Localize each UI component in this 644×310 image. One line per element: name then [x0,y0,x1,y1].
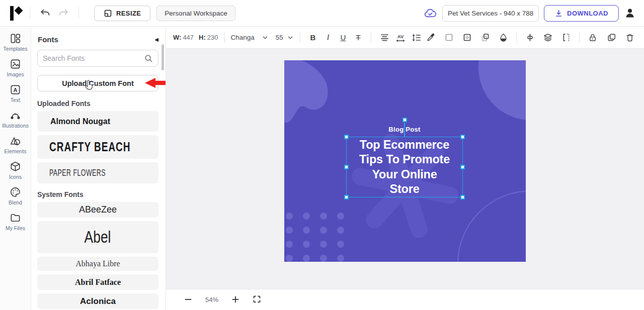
line-height-icon [412,33,422,43]
sidebar-item-my-files[interactable]: My Files [1,212,31,231]
italic-button[interactable]: I [321,31,335,45]
zoom-out-button[interactable] [184,295,192,305]
strikethrough-button[interactable]: T [352,31,365,45]
zoom-in-button[interactable] [231,295,239,305]
font-item-aclonica[interactable]: Aclonica [37,293,158,309]
position-button[interactable] [523,31,537,45]
bold-icon: B [310,33,316,42]
collapse-panel-icon[interactable]: ◀ [154,37,158,42]
sidebar-item-label: Icons [9,174,22,180]
zoom-in-icon [231,295,239,303]
headline-line: Store [389,182,419,197]
rotation-handle[interactable] [403,118,407,122]
lock-button[interactable] [586,31,600,45]
folder-icon [10,212,21,224]
sidebar-item-templates[interactable]: Templates [1,33,31,52]
sidebar-item-label: Images [7,71,24,77]
opacity-button[interactable] [496,31,510,45]
font-size-value: 55 [276,34,283,41]
design-title-input[interactable] [442,5,539,22]
undo-button[interactable] [38,6,52,20]
sidebar-item-elements[interactable]: Elements [1,135,31,154]
bold-button[interactable]: B [306,31,319,45]
opacity-icon [499,33,508,42]
underline-button[interactable]: U [337,31,350,45]
sidebar-item-illustrations[interactable]: Illustrations [1,110,31,129]
resize-handle-bottom-left[interactable] [344,195,349,199]
chevron-down-icon [262,34,269,41]
divider [516,32,517,43]
blob-top-left [284,60,328,123]
font-item-abeezee[interactable]: ABeeZee [37,202,158,218]
resize-handle-top-right[interactable] [460,135,465,139]
stroke-button[interactable] [442,31,456,45]
design-canvas[interactable]: Blog Post Top Ecommerce Tips To Promote … [284,60,526,262]
svg-text:AV: AV [397,33,404,39]
font-family-select[interactable]: Changa [231,34,269,41]
selected-text-box[interactable]: Top Ecommerce Tips To Promote Your Onlin… [346,137,463,197]
italic-icon: I [327,33,330,42]
font-item-abhaya-libre[interactable]: Abhaya Libre [37,257,158,271]
padding-button[interactable] [460,31,474,45]
headline-line: Your Online [372,167,437,182]
font-item-label: Abel [85,228,111,247]
copy-style-button[interactable] [478,31,492,45]
element-dimensions: W:447 H:230 [173,34,218,41]
resize-button[interactable]: RESIZE [94,6,150,21]
font-item-almond-nougat[interactable]: Almond Nougat [37,111,158,132]
blob-top-right [478,60,526,120]
font-size-select[interactable]: 55 [276,34,294,41]
divider [30,7,30,19]
fonts-panel-title: Fonts [38,35,58,44]
rotation-line [404,123,405,137]
line-height-button[interactable] [410,31,424,45]
resize-icon [104,9,112,18]
eyedropper-icon [426,33,436,42]
text-align-button[interactable] [377,31,391,45]
resize-handle-middle-right[interactable] [460,165,465,169]
upload-custom-font-button[interactable]: Upload Custom Font [37,75,158,91]
resize-handle-top-left[interactable] [344,135,349,139]
sidebar-item-icons[interactable]: Icons [1,161,31,180]
resize-label: RESIZE [116,10,141,17]
font-search-box[interactable] [37,50,158,67]
letter-spacing-button[interactable]: AV [393,31,408,45]
dot-grid [286,213,344,262]
zoom-bar: 54% [166,289,644,310]
delete-button[interactable] [623,31,637,45]
workspace-button[interactable]: Personal Workspace [156,6,235,21]
font-item-crafty-beach[interactable]: CRAFTY BEACH [37,135,158,159]
font-item-abel[interactable]: Abel [37,221,158,253]
avatar-icon[interactable] [624,7,636,19]
flip-icon [561,33,571,42]
panel-scrollbar[interactable] [162,44,164,70]
pixelied-logo[interactable] [10,6,22,21]
headline-text[interactable]: Top Ecommerce Tips To Promote Your Onlin… [347,137,462,197]
font-item-label: Almond Nougat [50,117,110,126]
eyedropper-button[interactable] [424,31,438,45]
sidebar-item-text[interactable]: A Text [1,84,31,103]
flip-button[interactable] [559,31,573,45]
font-search-input[interactable] [43,54,144,62]
underline-icon: U [341,33,346,42]
undo-icon [40,8,51,19]
sidebar-item-label: My Files [6,225,25,231]
position-icon [525,33,535,42]
redo-button[interactable] [56,6,70,20]
copy-style-icon [480,33,490,42]
duplicate-button[interactable] [604,31,618,45]
download-button[interactable]: DOWNLOAD [544,5,619,22]
resize-handle-middle-left[interactable] [344,165,349,169]
resize-handle-bottom-right[interactable] [460,195,465,199]
layers-icon [543,33,553,43]
font-item-paper-flowers[interactable]: PAPER FLOWERS [37,162,158,183]
sidebar-item-images[interactable]: Images [1,58,31,77]
fullscreen-button[interactable] [253,295,261,305]
sidebar-item-blend[interactable]: Blend [1,186,31,205]
layers-button[interactable] [541,31,555,45]
sidebar-item-label: Elements [5,148,27,154]
cube-icon [10,161,21,172]
workspace-label: Personal Workspace [165,10,227,17]
font-item-abril-fatface[interactable]: Abril Fatface [37,274,158,290]
canvas-workspace[interactable]: Blog Post Top Ecommerce Tips To Promote … [166,49,644,289]
